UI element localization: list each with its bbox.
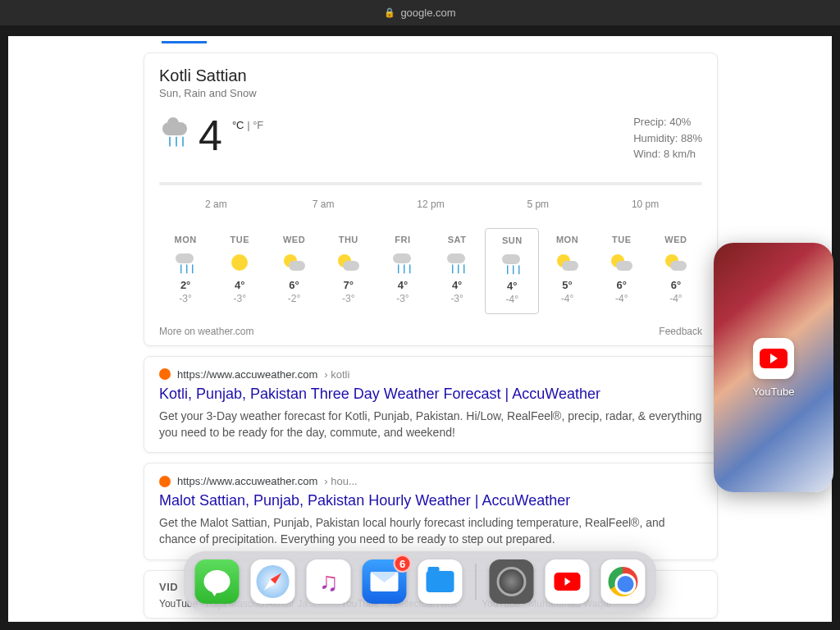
forecast-day[interactable]: MON┃┃┃2°-3° [159,228,212,314]
accuweather-favicon [159,476,171,487]
url-text: google.com [400,7,455,19]
lock-icon: 🔒 [384,7,395,18]
slideover-label: YouTube [752,386,794,398]
forecast-day[interactable]: TUE6°-4° [596,228,648,314]
search-result[interactable]: https://www.accuweather.com › hou... Mal… [144,463,718,560]
result-title[interactable]: Kotli, Punjab, Pakistan Three Day Weathe… [159,386,702,403]
search-result[interactable]: https://www.accuweather.com › kotli Kotl… [144,356,718,454]
forecast-day[interactable]: THU7°-3° [322,228,375,314]
weather-details: Precip: 40% Humidity: 88% Wind: 8 km/h [633,114,702,162]
dock-separator [476,564,477,600]
messages-app-icon[interactable] [195,559,240,604]
files-app-icon[interactable] [418,559,463,604]
slideover-panel[interactable]: YouTube [714,243,833,492]
accuweather-favicon [159,368,171,380]
dock: ♫ 6 [184,551,657,612]
feedback-link[interactable]: Feedback [659,326,702,337]
result-snippet: Get your 3-Day weather forecast for Kotl… [159,408,702,441]
weather-current-icon: ┃┃┃ [159,119,192,152]
hourly-timeline[interactable] [159,182,702,185]
page-content: Kotli Sattian Sun, Rain and Snow ┃┃┃ 4 °… [8,36,832,622]
settings-app-icon[interactable] [490,559,534,604]
mail-badge: 6 [394,555,412,573]
active-tab-indicator [162,41,207,44]
timeline-labels: 2 am 7 am 12 pm 5 pm 10 pm [159,199,702,210]
forecast-day[interactable]: SAT┃┃┃4°-3° [431,228,483,314]
result-title[interactable]: Malot Sattian, Punjab, Pakistan Hourly W… [159,492,702,509]
forecast-day[interactable]: FRI┃┃┃4°-3° [377,228,429,314]
chrome-app-icon[interactable] [601,559,646,604]
more-weather-link[interactable]: More on weather.com [159,326,253,337]
mail-app-icon[interactable]: 6 [363,559,407,604]
music-app-icon[interactable]: ♫ [307,559,351,604]
weather-card: Kotli Sattian Sun, Rain and Snow ┃┃┃ 4 °… [144,52,718,346]
condition-text: Sun, Rain and Snow [159,87,702,99]
youtube-app-icon[interactable] [753,338,794,379]
safari-app-icon[interactable] [251,559,295,604]
location-title: Kotli Sattian [159,66,702,85]
youtube-dock-icon[interactable] [546,559,590,604]
forecast-day[interactable]: SUN┃┃┃4°-4° [485,228,539,314]
forecast-day[interactable]: WED6°-4° [650,228,702,314]
forecast-day[interactable]: MON5°-4° [541,228,593,314]
browser-address-bar[interactable]: 🔒 google.com [0,0,840,25]
result-snippet: Get the Malot Sattian, Punjab, Pakistan … [159,514,702,548]
unit-toggle[interactable]: °C | °F [232,119,263,131]
current-temp: 4 [199,114,222,157]
forecast-row: MON┃┃┃2°-3°TUE4°-3°WED6°-2°THU7°-3°FRI┃┃… [159,228,702,314]
forecast-day[interactable]: TUE4°-3° [213,228,266,314]
forecast-day[interactable]: WED6°-2° [267,228,320,314]
